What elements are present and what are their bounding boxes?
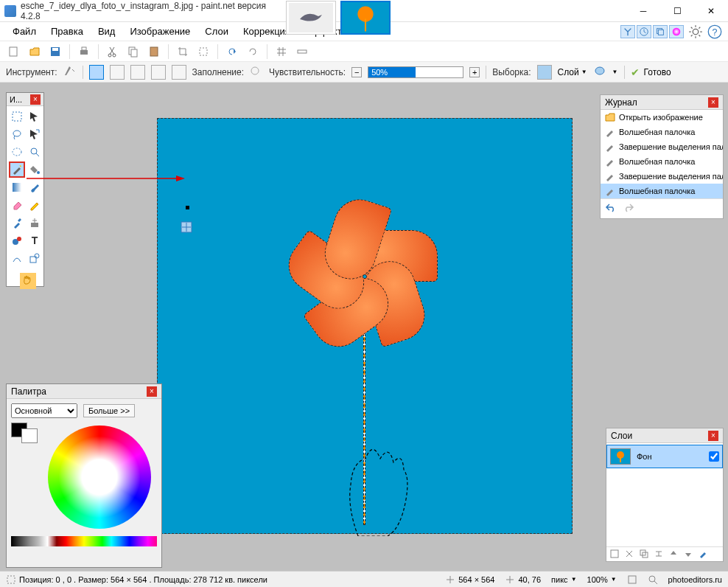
- svg-rect-32: [13, 183, 21, 192]
- doc-thumb-bird[interactable]: [286, 1, 336, 35]
- tolerance-plus[interactable]: +: [469, 67, 480, 77]
- grid-icon[interactable]: [273, 44, 290, 60]
- mode-intersect-icon[interactable]: [151, 65, 166, 80]
- canvas[interactable]: [157, 118, 573, 534]
- tools-close-icon[interactable]: ×: [30, 94, 41, 105]
- dims-icon: [445, 574, 455, 585]
- undo-icon[interactable]: [224, 44, 240, 60]
- color-wheel[interactable]: [48, 426, 151, 529]
- panel-layers-icon[interactable]: [653, 25, 668, 38]
- titlebar: esche_7_idey_dlya_foto_v_instagram_8.jpg…: [0, 0, 728, 22]
- layer-add-icon[interactable]: [609, 549, 621, 560]
- history-item[interactable]: Завершение выделения палочкой: [601, 169, 723, 184]
- tolerance-slider[interactable]: 50%: [368, 66, 463, 78]
- tool-magic-wand[interactable]: [9, 161, 25, 178]
- undo-icon[interactable]: [605, 202, 617, 215]
- tool-dropdown[interactable]: [63, 65, 77, 79]
- svg-rect-19: [150, 47, 158, 56]
- save-icon[interactable]: [47, 44, 63, 60]
- tool-eraser[interactable]: [9, 197, 25, 213]
- units-dropdown[interactable]: пикс ▼: [551, 575, 576, 584]
- move-handle-icon[interactable]: [180, 220, 193, 234]
- zoom-dropdown[interactable]: 100% ▼: [587, 575, 617, 584]
- tool-fill[interactable]: [27, 161, 43, 178]
- history-item[interactable]: Завершение выделения палочкой: [601, 139, 723, 154]
- layers-close-icon[interactable]: ×: [708, 431, 718, 441]
- layer-down-icon[interactable]: [683, 549, 695, 560]
- copy-icon[interactable]: [125, 44, 141, 60]
- history-item[interactable]: Волшебная палочка: [601, 184, 723, 198]
- selection-handle[interactable]: [186, 206, 189, 209]
- doc-thumb-pinwheel[interactable]: [340, 1, 391, 35]
- help-icon[interactable]: ?: [707, 24, 722, 39]
- new-icon[interactable]: [6, 44, 22, 60]
- paste-icon[interactable]: [146, 44, 162, 60]
- antialias-icon[interactable]: [593, 65, 606, 79]
- tool-pan[interactable]: [20, 273, 36, 289]
- menu-image[interactable]: Изображение: [123, 24, 197, 39]
- mode-subtract-icon[interactable]: [130, 65, 145, 80]
- tool-text[interactable]: T: [27, 232, 43, 249]
- panel-history-icon[interactable]: [637, 25, 651, 38]
- menu-edit[interactable]: Правка: [44, 24, 90, 39]
- redo-icon[interactable]: [623, 202, 634, 215]
- color-strip[interactable]: [11, 536, 157, 546]
- tool-rect-select[interactable]: [9, 108, 25, 125]
- layer-visible-checkbox[interactable]: [709, 451, 719, 462]
- panel-tools-icon[interactable]: [620, 25, 635, 38]
- crop-icon[interactable]: [175, 44, 191, 60]
- menu-layers[interactable]: Слои: [198, 24, 235, 39]
- palette-close-icon[interactable]: ×: [147, 386, 157, 397]
- maximize-button[interactable]: ☐: [660, 0, 694, 22]
- tolerance-minus[interactable]: −: [351, 67, 362, 77]
- tool-move-selection[interactable]: [27, 108, 43, 125]
- layer-duplicate-icon[interactable]: [639, 549, 651, 560]
- more-button[interactable]: Больше >>: [83, 404, 135, 417]
- mode-invert-icon[interactable]: [172, 65, 186, 80]
- tool-brush[interactable]: [27, 179, 43, 195]
- svg-point-23: [595, 67, 604, 74]
- tool-line[interactable]: [9, 250, 25, 266]
- history-item[interactable]: Открыть изображение: [601, 110, 723, 125]
- color-swatches[interactable]: [11, 423, 38, 443]
- menu-view[interactable]: Вид: [91, 24, 122, 39]
- tool-recolor[interactable]: [9, 232, 25, 249]
- cut-icon[interactable]: [105, 44, 121, 60]
- zoom-tool-icon[interactable]: [648, 574, 658, 585]
- tool-lasso[interactable]: [9, 126, 25, 142]
- tool-clone[interactable]: [27, 215, 43, 231]
- panel-colors-icon[interactable]: [669, 25, 684, 38]
- tool-ellipse-select[interactable]: [9, 144, 25, 160]
- history-item[interactable]: Волшебная палочка: [601, 125, 723, 139]
- sampling-dropdown[interactable]: Слой ▼: [558, 67, 587, 77]
- finish-button[interactable]: ✔Готово: [631, 66, 671, 78]
- deselect-icon[interactable]: [195, 44, 211, 60]
- tool-shapes[interactable]: [27, 250, 43, 266]
- menu-file[interactable]: Файл: [6, 24, 43, 39]
- tool-zoom[interactable]: [27, 144, 43, 160]
- layer-delete-icon[interactable]: [624, 549, 636, 560]
- layer-row[interactable]: Фон: [606, 445, 723, 468]
- open-icon[interactable]: [27, 44, 43, 60]
- layer-up-icon[interactable]: [668, 549, 680, 560]
- layer-merge-icon[interactable]: [654, 549, 665, 560]
- mode-replace-icon[interactable]: [89, 65, 104, 80]
- tool-move-pixels[interactable]: [27, 126, 43, 142]
- print-icon[interactable]: [76, 44, 92, 60]
- minimize-button[interactable]: ─: [626, 0, 660, 22]
- layer-props-icon[interactable]: [698, 549, 710, 560]
- history-close-icon[interactable]: ×: [708, 97, 718, 108]
- settings-icon[interactable]: [688, 24, 703, 39]
- tool-eyedropper[interactable]: [9, 215, 25, 231]
- history-item[interactable]: Волшебная палочка: [601, 154, 723, 169]
- tool-gradient[interactable]: [9, 179, 25, 195]
- mode-add-icon[interactable]: [110, 65, 125, 80]
- close-button[interactable]: ✕: [694, 0, 728, 22]
- ruler-icon[interactable]: [294, 44, 310, 60]
- fill-dropdown[interactable]: [250, 66, 263, 78]
- redo-icon[interactable]: [245, 44, 261, 60]
- color-mode-select[interactable]: Основной: [11, 403, 77, 418]
- tool-pencil[interactable]: [27, 197, 43, 213]
- layer-thumb: [610, 448, 631, 465]
- fit-icon[interactable]: [627, 574, 637, 585]
